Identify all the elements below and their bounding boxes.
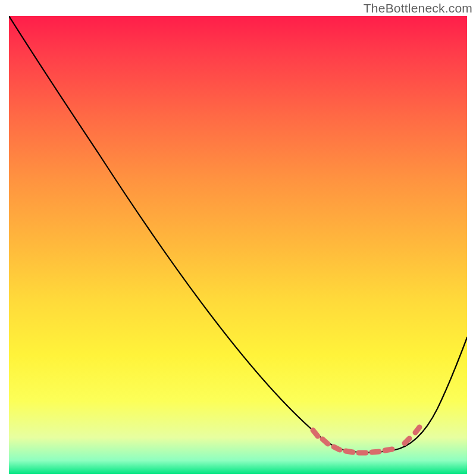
chart-plot-area [9, 16, 467, 474]
svg-line-1 [322, 439, 328, 444]
curve-main [9, 16, 467, 452]
svg-line-7 [405, 439, 409, 443]
trough-ticks [313, 427, 419, 453]
watermark-text: TheBottleneck.com [364, 1, 472, 15]
chart-container: TheBottleneck.com [0, 0, 476, 476]
chart-svg [9, 16, 467, 474]
svg-line-8 [415, 427, 419, 433]
svg-line-3 [346, 451, 353, 452]
svg-line-6 [385, 449, 392, 450]
svg-line-5 [372, 452, 379, 452]
svg-line-2 [334, 447, 340, 450]
svg-line-0 [313, 430, 318, 436]
